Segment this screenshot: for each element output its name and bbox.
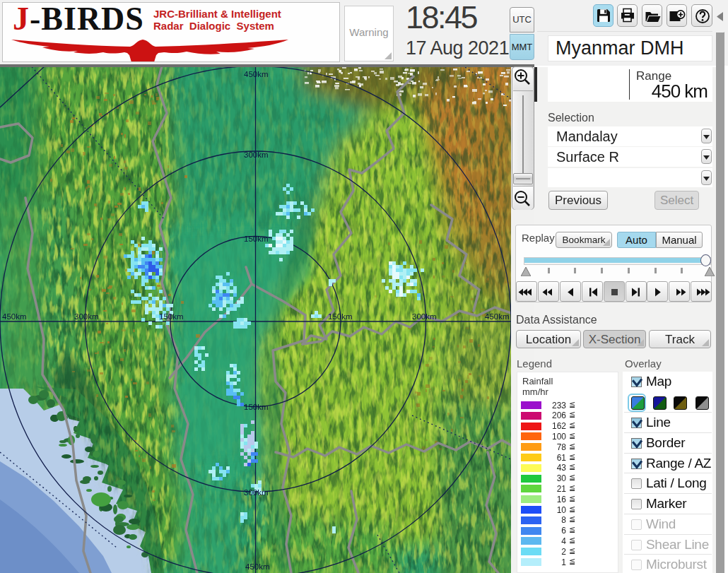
svg-text:450km: 450km (244, 70, 269, 78)
svg-text:300km: 300km (74, 312, 99, 321)
svg-text:450km: 450km (2, 312, 27, 321)
svg-text:300km: 300km (244, 150, 269, 159)
svg-text:300km: 300km (244, 488, 269, 497)
svg-text:150km: 150km (159, 312, 184, 321)
svg-text:450km: 450km (485, 312, 510, 321)
svg-text:150km: 150km (244, 403, 269, 411)
svg-text:150km: 150km (244, 235, 269, 243)
svg-text:450km: 450km (245, 562, 270, 571)
svg-text:300km: 300km (412, 312, 437, 321)
svg-text:150km: 150km (328, 312, 353, 321)
